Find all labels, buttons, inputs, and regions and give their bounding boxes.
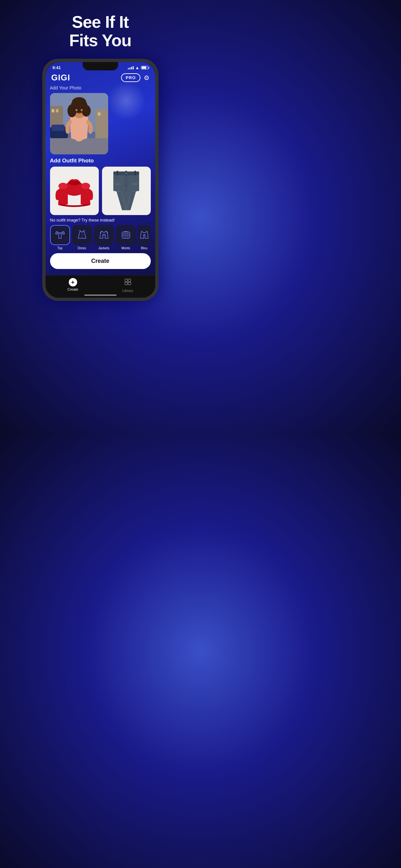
category-label-jackets: Jackets — [98, 246, 110, 250]
category-icon-box-dress[interactable] — [72, 225, 92, 245]
category-item-jackets[interactable]: Jackets — [94, 225, 114, 250]
category-item-top[interactable]: Top — [50, 225, 70, 250]
svg-point-21 — [81, 183, 90, 189]
svg-rect-39 — [125, 279, 127, 282]
home-indicator — [84, 294, 117, 296]
status-icons: ▲ — [128, 65, 148, 70]
create-nav-label: Create — [67, 287, 78, 291]
app-header: GIGI PRO ⚙ — [45, 71, 155, 85]
try-these-label: No outfit image? Try these instead! — [50, 218, 151, 222]
pro-badge[interactable]: PRO — [121, 73, 140, 82]
category-row: Top Dress — [50, 225, 151, 250]
phone-frame: 9:41 ▲ GIGI PRO ⚙ — [42, 59, 158, 301]
category-icon-box-jackets[interactable] — [94, 225, 114, 245]
svg-rect-24 — [117, 171, 118, 175]
jackets-category-icon — [98, 229, 110, 241]
svg-rect-3 — [52, 109, 54, 113]
svg-rect-4 — [56, 109, 58, 113]
category-label-blou: Blou — [141, 246, 147, 250]
svg-point-17 — [75, 109, 78, 112]
svg-rect-40 — [128, 279, 131, 282]
svg-rect-29 — [115, 183, 121, 185]
category-icon-box-blou[interactable] — [138, 225, 151, 245]
category-item-blou[interactable]: Blou — [138, 225, 151, 250]
outfit-photo-jeans[interactable] — [102, 166, 151, 215]
scroll-content: Add Your Photo — [45, 85, 155, 275]
category-label-top: Top — [57, 246, 62, 250]
app-name: GIGI — [51, 73, 70, 83]
battery-fill — [142, 66, 146, 69]
monts-category-icon — [120, 229, 132, 241]
signal-icon — [128, 66, 134, 69]
svg-point-20 — [58, 183, 67, 189]
user-photo-container[interactable] — [50, 93, 108, 154]
jeans-svg — [105, 168, 147, 213]
category-label-dress: Dress — [78, 246, 86, 250]
hero-title-line1: See If It — [72, 12, 129, 31]
category-item-dress[interactable]: Dress — [72, 225, 92, 250]
phone-screen: 9:41 ▲ GIGI PRO ⚙ — [45, 62, 155, 298]
category-icon-box-top[interactable] — [50, 225, 70, 245]
library-nav-icon — [124, 278, 132, 288]
svg-rect-42 — [128, 282, 131, 285]
settings-icon[interactable]: ⚙ — [144, 74, 150, 82]
svg-point-16 — [72, 97, 86, 107]
hero-title: See If It Fits You — [69, 13, 131, 50]
create-button[interactable]: Create — [50, 253, 151, 269]
nav-item-library[interactable]: Library — [100, 278, 155, 292]
svg-point-14 — [67, 104, 76, 117]
svg-point-27 — [125, 173, 127, 175]
svg-point-18 — [81, 109, 83, 112]
svg-rect-5 — [95, 109, 108, 138]
add-photo-label: Add Your Photo — [50, 85, 151, 90]
svg-rect-26 — [134, 171, 136, 175]
library-nav-label: Library — [122, 289, 133, 292]
top-category-icon — [54, 229, 66, 241]
dress-category-icon — [76, 229, 88, 241]
add-outfit-label: Add Outfit Photo — [50, 158, 151, 164]
time-display: 9:41 — [53, 65, 61, 70]
wifi-icon: ▲ — [135, 65, 140, 70]
outfit-photos-row — [50, 166, 151, 215]
category-label-monts: Monts — [121, 246, 130, 250]
category-item-monts[interactable]: Monts — [116, 225, 136, 250]
outfit-photo-red-top[interactable] — [50, 166, 99, 215]
svg-rect-6 — [98, 113, 100, 116]
svg-rect-41 — [125, 282, 127, 285]
blou-category-icon — [138, 229, 150, 241]
hero-title-line2: Fits You — [69, 31, 131, 50]
user-photo-svg — [50, 93, 108, 154]
battery-icon — [141, 66, 148, 69]
svg-point-15 — [82, 105, 91, 117]
svg-rect-9 — [52, 125, 65, 131]
notch — [83, 62, 118, 70]
header-right: PRO ⚙ — [121, 73, 149, 82]
nav-item-create[interactable]: + Create — [45, 278, 100, 292]
create-nav-icon: + — [69, 278, 77, 286]
svg-rect-30 — [132, 183, 137, 185]
red-top-svg — [53, 168, 95, 213]
category-icon-box-monts[interactable] — [116, 225, 136, 245]
